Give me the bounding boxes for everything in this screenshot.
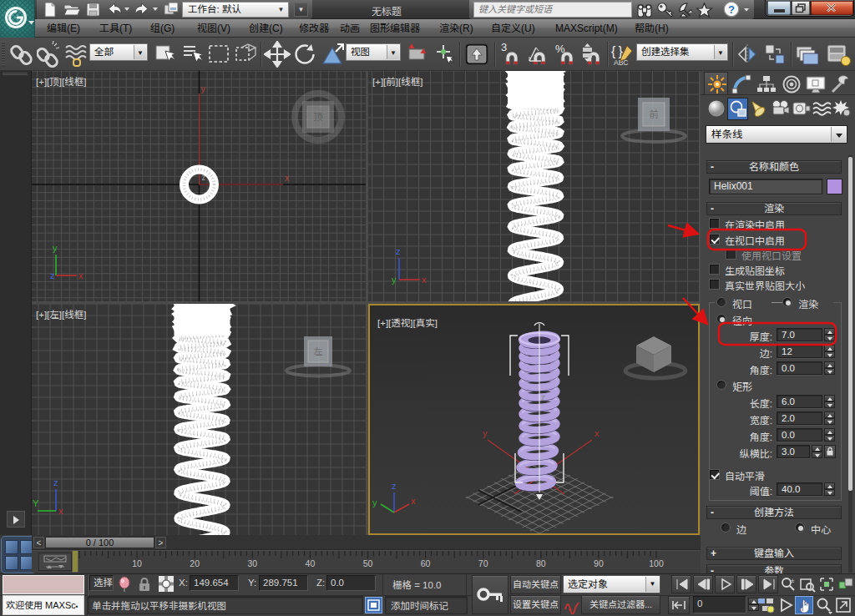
svg-text:z: z — [396, 246, 401, 256]
svg-text:40: 40 — [306, 558, 316, 568]
svg-text:100: 100 — [649, 558, 664, 568]
svg-text:x: x — [422, 275, 427, 285]
svg-text:10: 10 — [132, 558, 142, 568]
svg-text:y: y — [483, 428, 488, 438]
svg-text:80: 80 — [536, 558, 546, 568]
svg-text:左: 左 — [314, 346, 323, 356]
svg-text:±: ± — [791, 577, 795, 584]
svg-text:x: x — [411, 496, 416, 506]
svg-text:x: x — [58, 506, 63, 516]
svg-text:?: ? — [728, 3, 735, 16]
svg-text:y: y — [201, 83, 206, 93]
svg-text:x: x — [594, 428, 600, 438]
svg-text:z: z — [392, 481, 397, 491]
svg-text:3: 3 — [501, 41, 507, 53]
svg-text:%: % — [555, 43, 565, 55]
svg-text:x: x — [285, 173, 290, 183]
svg-text:30: 30 — [247, 558, 257, 568]
svg-text:z: z — [53, 477, 58, 487]
svg-text:60: 60 — [421, 558, 431, 568]
svg-text:y: y — [53, 243, 58, 253]
svg-text:90: 90 — [594, 558, 604, 568]
svg-text:顶: 顶 — [314, 112, 323, 122]
svg-text:20: 20 — [190, 558, 200, 568]
svg-text:z: z — [541, 393, 545, 402]
svg-text:Y: Y — [33, 498, 39, 508]
svg-text:y: y — [372, 497, 377, 507]
svg-text:前: 前 — [650, 109, 659, 119]
svg-text:y: y — [392, 275, 397, 285]
svg-text:z: z — [50, 270, 55, 280]
svg-text:70: 70 — [478, 558, 488, 568]
svg-text:x: x — [78, 270, 83, 280]
svg-text:50: 50 — [363, 558, 373, 568]
